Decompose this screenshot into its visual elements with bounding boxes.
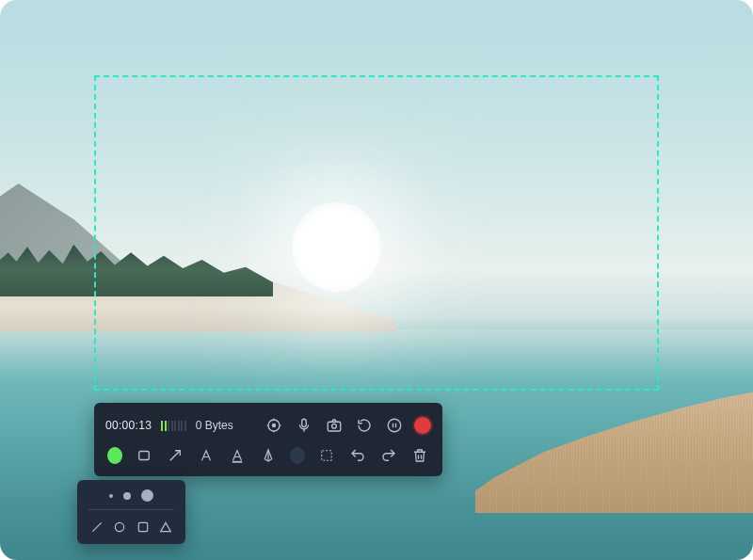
- highlighter-tool-button[interactable]: [228, 445, 246, 466]
- circle-shape-button[interactable]: [111, 518, 128, 536]
- cursor-toggle-button[interactable]: [264, 415, 284, 436]
- rectangle-tool-button[interactable]: [136, 445, 153, 466]
- svg-rect-10: [322, 451, 332, 461]
- svg-point-1: [273, 424, 276, 427]
- recorder-toolbar: 00:00:13 0 Bytes: [94, 403, 442, 476]
- brush-size-large[interactable]: [141, 489, 153, 502]
- annotation-tools-row: [105, 440, 431, 471]
- brush-size-medium[interactable]: [123, 492, 131, 500]
- brush-shape-row: [88, 510, 174, 536]
- svg-rect-2: [302, 419, 307, 426]
- pause-button[interactable]: [384, 415, 405, 436]
- record-button[interactable]: [414, 417, 431, 434]
- svg-line-11: [92, 522, 101, 531]
- background-grass: [475, 391, 753, 513]
- svg-rect-8: [139, 452, 150, 460]
- triangle-shape-button[interactable]: [157, 518, 174, 536]
- screenshot-button[interactable]: [324, 415, 344, 436]
- redo-button[interactable]: [380, 445, 398, 466]
- svg-point-12: [116, 522, 124, 531]
- color-picker-primary[interactable]: [107, 447, 122, 464]
- undo-button[interactable]: [349, 445, 367, 466]
- desktop-background: 00:00:13 0 Bytes: [0, 0, 753, 560]
- brush-size-small[interactable]: [109, 494, 113, 498]
- brush-options-panel: [77, 480, 185, 544]
- marquee-tool-button[interactable]: [318, 445, 336, 466]
- restart-button[interactable]: [354, 415, 375, 436]
- arrow-tool-button[interactable]: [167, 445, 184, 466]
- pen-tool-button[interactable]: [259, 445, 277, 466]
- line-shape-button[interactable]: [88, 518, 105, 536]
- color-picker-secondary[interactable]: [290, 447, 305, 464]
- svg-point-5: [388, 419, 401, 432]
- audio-level-meter: [161, 420, 186, 431]
- trash-button[interactable]: [411, 445, 429, 466]
- text-tool-button[interactable]: [198, 445, 216, 466]
- microphone-button[interactable]: [294, 415, 314, 436]
- square-shape-button[interactable]: [135, 518, 152, 536]
- background-sun: [292, 202, 381, 292]
- recorder-filesize: 0 Bytes: [196, 419, 233, 432]
- svg-point-4: [332, 424, 337, 428]
- brush-size-row: [88, 489, 174, 510]
- recorder-status-row: 00:00:13 0 Bytes: [105, 410, 431, 440]
- recorder-timer: 00:00:13: [105, 419, 152, 432]
- svg-rect-13: [138, 522, 147, 531]
